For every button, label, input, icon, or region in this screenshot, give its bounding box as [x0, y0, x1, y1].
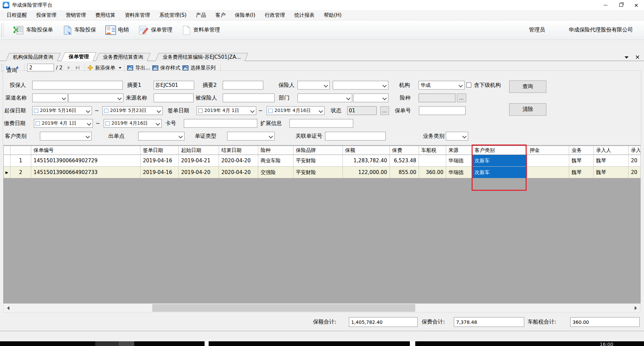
vehicle-insure-button[interactable]: 车险投保: [62, 25, 96, 35]
business-type-select[interactable]: [446, 132, 468, 140]
taskbar-segment: [95, 341, 119, 346]
summary2-input[interactable]: [223, 81, 263, 90]
org-select[interactable]: 华成: [419, 81, 465, 90]
issue-point-select[interactable]: [138, 132, 184, 140]
telemarketing-button[interactable]: 电销: [105, 25, 129, 35]
menu-admin[interactable]: 行政管理: [260, 10, 289, 20]
customer-type-select[interactable]: [40, 132, 92, 140]
ext-info-input[interactable]: [289, 119, 353, 128]
insured-label: 被保险人: [196, 93, 217, 103]
menu-system[interactable]: 系统管理(S): [155, 10, 191, 20]
summary1-input[interactable]: [154, 81, 194, 90]
query-row-4: 缴费日期 2019年 4月 1日 ~ 2019年 4月16日 卡号 扩展信息: [0, 119, 644, 128]
toolbar-button-label: 电销: [118, 26, 129, 34]
menu-help[interactable]: 帮助(H): [319, 10, 346, 20]
source-name-input[interactable]: [154, 94, 194, 102]
menu-marketing[interactable]: 营销管理: [61, 10, 91, 20]
pay-date-from-picker[interactable]: 2019年 4月 1日: [34, 119, 93, 128]
insurer-select-1[interactable]: [298, 81, 330, 90]
cell: 魏琴: [594, 167, 629, 178]
scroll-left-icon: [7, 306, 9, 310]
doc-type-select[interactable]: [227, 132, 275, 140]
cell: 2019-04-16: [141, 167, 179, 178]
insured-input[interactable]: [223, 94, 275, 102]
related-doc-input[interactable]: [325, 132, 386, 140]
menu-policy[interactable]: 保险单(I): [230, 10, 260, 20]
cell: 商业车险: [258, 155, 293, 167]
tab-fee-settle-query[interactable]: 业务费用结算查询: [96, 53, 151, 61]
date-checkbox[interactable]: [104, 109, 108, 113]
menu-product[interactable]: 产品: [191, 10, 211, 20]
tab-fee-settle-edit[interactable]: 业务费用结算编辑-苏EJC501|ZA...: [155, 53, 248, 61]
policy-no-input[interactable]: [419, 106, 466, 115]
menu-underwriting[interactable]: 投保管理: [32, 10, 61, 20]
card-no-input[interactable]: [184, 119, 257, 128]
close-button[interactable]: ×: [629, 0, 644, 10]
date-checkbox[interactable]: [105, 121, 110, 126]
department-select-2[interactable]: [353, 94, 388, 102]
policy-manage-button[interactable]: 保单管理: [138, 25, 172, 35]
clear-button[interactable]: 清除: [509, 103, 546, 116]
chevron-down-icon: [156, 121, 160, 126]
menu-fee-settlement[interactable]: 费用结算: [91, 10, 120, 20]
channel-label: 渠道名称: [5, 93, 27, 103]
pay-date-to-picker[interactable]: 2019年 4月16日: [104, 119, 162, 128]
cell: [527, 167, 569, 178]
sign-date-to-picker[interactable]: 2019年 4月16日: [267, 106, 325, 115]
table-row[interactable]: 1 14515013900664902729 2019-04-16 2019-0…: [4, 155, 641, 167]
include-sub-org-checkbox[interactable]: [466, 82, 471, 88]
tax-total-label: 车船税合计:: [528, 319, 556, 326]
app-icon: [3, 2, 9, 8]
vehicle-policy-form-button[interactable]: 车险投保单: [13, 25, 53, 35]
date-checkbox[interactable]: [36, 121, 40, 126]
header-cell: [4, 146, 10, 155]
table-row[interactable]: ▶ 2 14515013900664902733 2019-04-16 2019…: [4, 167, 641, 178]
date-checkbox[interactable]: [198, 109, 203, 113]
cell: 122,000.00: [343, 167, 390, 178]
toolbar-button-label: 资料单管理: [193, 26, 220, 34]
menu-customer[interactable]: 客户: [211, 10, 230, 20]
sign-date-from-picker[interactable]: 2019年 4月 1日: [197, 106, 256, 115]
scroll-right-icon: [635, 306, 637, 310]
date-checkbox[interactable]: [34, 109, 38, 113]
channel-select-2[interactable]: [68, 94, 123, 102]
minimize-button[interactable]: [598, 0, 613, 10]
risk-type-more-button[interactable]: …: [457, 94, 466, 102]
cell-customer-type: 次新车: [472, 167, 527, 178]
channel-select-1[interactable]: [32, 94, 68, 102]
policyholder-input[interactable]: [32, 81, 123, 90]
cell: 魏琴: [569, 167, 594, 178]
menu-reports[interactable]: 统计报表: [289, 10, 319, 20]
department-select-1[interactable]: [298, 94, 352, 102]
tab-org-brand-query[interactable]: 机构保险品牌查询: [6, 53, 61, 61]
tab-policy-manage[interactable]: 保单管理: [61, 52, 97, 61]
scroll-left-button[interactable]: [4, 304, 12, 312]
window-bottom-divider: [0, 331, 644, 332]
header-cell: 保单编号: [31, 146, 141, 155]
search-button[interactable]: 查询: [509, 80, 546, 93]
toolbar-button-label: 车险投保: [74, 26, 96, 34]
scrollbar-thumb[interactable]: [152, 304, 415, 312]
menu-database[interactable]: 资料库管理: [120, 10, 155, 20]
menu-schedule[interactable]: 日程提醒: [2, 10, 32, 20]
restore-button[interactable]: [613, 0, 629, 10]
document-manage-button[interactable]: 资料单管理: [182, 25, 220, 35]
scroll-right-button[interactable]: [631, 304, 640, 312]
chevron-down-icon: [462, 134, 467, 138]
tab-list-dropdown-icon[interactable]: [625, 56, 629, 59]
cell: 交强险: [258, 167, 293, 178]
status-more-button[interactable]: …: [380, 106, 389, 115]
chevron-down-icon: [86, 109, 90, 113]
start-date-from-picker[interactable]: 2019年 5月16日: [32, 106, 92, 115]
cell: 1: [10, 155, 31, 167]
toolbar-button-label: 车险投保单: [26, 26, 53, 34]
start-date-to-picker[interactable]: 2019年 5月23日: [102, 106, 163, 115]
horizontal-scrollbar[interactable]: [3, 303, 640, 312]
cell: 华瑞德: [446, 167, 472, 178]
tab-close-icon[interactable]: ×: [635, 53, 640, 61]
taskbar-strip: 16:00: [0, 341, 644, 346]
main-toolbar: 车险投保单 车险投保 电销 保单管理 资料单: [0, 20, 644, 40]
header-cell: 录入人: [594, 146, 629, 155]
insurer-select-2[interactable]: [333, 81, 388, 90]
date-checkbox[interactable]: [268, 109, 273, 113]
